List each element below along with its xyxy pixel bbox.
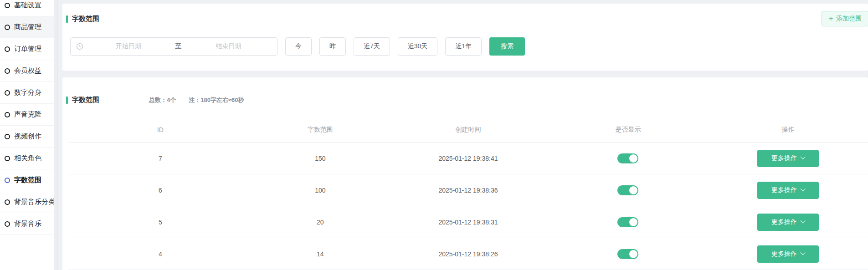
add-range-button[interactable]: + 添加范围 xyxy=(822,11,868,26)
more-actions-label: 更多操作 xyxy=(771,250,797,258)
quick-date-button[interactable]: 近1年 xyxy=(445,37,482,56)
cell-actions: 更多操作 xyxy=(708,182,868,199)
filter-panel: 字数范围 + 添加范围 开始日期 至 结束日期 今昨近7天近30天近1年 搜索 xyxy=(62,4,868,71)
radio-circle-icon xyxy=(5,68,10,74)
sidebar-item[interactable]: 背景音乐分类 xyxy=(0,191,54,213)
sidebar-item[interactable]: 基础设置 xyxy=(0,0,54,16)
sidebar-item-label: 基础设置 xyxy=(14,1,41,10)
total-count-text: 总数：4个 xyxy=(149,96,176,104)
radio-circle-icon xyxy=(5,199,10,205)
chevron-down-icon xyxy=(800,186,805,191)
radio-circle-icon xyxy=(5,90,10,96)
sidebar-item-label: 背景音乐分类 xyxy=(14,198,55,206)
sidebar-item[interactable]: 订单管理 xyxy=(0,38,54,60)
table-panel-title: 字数范围 总数：4个 注：180字左右≈60秒 xyxy=(66,96,244,104)
table-header-row: ID 字数范围 创建时间 是否显示 操作 xyxy=(68,117,868,143)
cell-created-time: 2025-01-12 19:38:31 xyxy=(388,219,548,226)
table-row: 4 14 2025-01-12 19:38:26 更多操作 xyxy=(68,238,868,270)
note-text: 注：180字左右≈60秒 xyxy=(189,96,244,104)
sidebar-item[interactable]: 视频创作 xyxy=(0,126,54,148)
filter-row: 开始日期 至 结束日期 今昨近7天近30天近1年 搜索 xyxy=(70,37,525,56)
visibility-toggle[interactable] xyxy=(617,249,638,259)
quick-date-button[interactable]: 近30天 xyxy=(398,37,438,56)
table-title: 字数范围 xyxy=(72,96,99,104)
cell-created-time: 2025-01-12 19:38:26 xyxy=(388,250,548,258)
cell-range: 20 xyxy=(252,219,388,226)
clock-icon xyxy=(76,43,83,50)
cell-id: 4 xyxy=(68,250,252,258)
sidebar-item-label: 相关角色 xyxy=(14,154,41,163)
date-range-input[interactable]: 开始日期 至 结束日期 xyxy=(70,37,277,56)
cell-id: 5 xyxy=(68,219,252,226)
column-header: 操作 xyxy=(708,126,868,134)
sidebar-item-label: 商品管理 xyxy=(14,23,41,31)
end-date-placeholder[interactable]: 结束日期 xyxy=(185,42,272,51)
chevron-down-icon xyxy=(800,250,805,255)
radio-circle-icon xyxy=(5,112,10,117)
table-row: 6 100 2025-01-12 19:38:36 更多操作 xyxy=(68,174,868,206)
cell-visibility xyxy=(548,249,708,259)
table-body: 7 150 2025-01-12 19:38:41 更多操作 6 100 202… xyxy=(68,143,868,270)
chevron-down-icon xyxy=(800,218,805,223)
cell-id: 7 xyxy=(68,155,252,162)
admin-app: 基础设置 商品管理 订单管理 会员权益 数字分身 声音克隆 视频创作 相关角色 … xyxy=(0,0,868,270)
cell-range: 150 xyxy=(252,155,388,162)
quick-date-button[interactable]: 昨 xyxy=(319,37,346,56)
search-button[interactable]: 搜索 xyxy=(489,37,525,56)
page-title: 字数范围 xyxy=(72,15,99,23)
more-actions-label: 更多操作 xyxy=(771,186,797,194)
sidebar-item-label: 数字分身 xyxy=(14,88,41,97)
add-range-label: 添加范围 xyxy=(836,15,862,23)
toggle-knob xyxy=(629,218,637,226)
sidebar-menu: 基础设置 商品管理 订单管理 会员权益 数字分身 声音克隆 视频创作 相关角色 … xyxy=(0,0,54,235)
quick-date-buttons: 今昨近7天近30天近1年 xyxy=(285,37,482,56)
sidebar-item[interactable]: 声音克隆 xyxy=(0,104,54,126)
sidebar-item[interactable]: 背景音乐 xyxy=(0,213,54,235)
more-actions-button[interactable]: 更多操作 xyxy=(757,150,819,167)
radio-circle-icon xyxy=(5,178,10,183)
sidebar-item-label: 声音克隆 xyxy=(14,110,41,119)
radio-circle-icon xyxy=(5,46,10,52)
chevron-down-icon xyxy=(800,154,805,159)
cell-range: 100 xyxy=(252,187,388,194)
sidebar-item-label: 背景音乐 xyxy=(14,219,41,228)
toggle-knob xyxy=(629,250,637,258)
quick-date-button[interactable]: 今 xyxy=(285,37,312,56)
visibility-toggle[interactable] xyxy=(617,185,638,195)
radio-circle-icon xyxy=(5,3,10,8)
cell-actions: 更多操作 xyxy=(708,150,868,167)
column-header: ID xyxy=(68,126,252,133)
sidebar-item[interactable]: 数字分身 xyxy=(0,82,54,104)
sidebar-item[interactable]: 商品管理 xyxy=(0,16,54,38)
cell-visibility xyxy=(548,153,708,163)
cell-created-time: 2025-01-12 19:38:41 xyxy=(388,155,548,162)
sidebar-item[interactable]: 相关角色 xyxy=(0,148,54,169)
table-row: 7 150 2025-01-12 19:38:41 更多操作 xyxy=(68,143,868,174)
more-actions-button[interactable]: 更多操作 xyxy=(757,245,819,263)
radio-circle-icon xyxy=(5,221,10,227)
start-date-placeholder[interactable]: 开始日期 xyxy=(85,42,172,51)
more-actions-button[interactable]: 更多操作 xyxy=(757,214,819,231)
column-header: 是否显示 xyxy=(548,126,708,134)
quick-date-button[interactable]: 近7天 xyxy=(354,37,390,56)
more-actions-button[interactable]: 更多操作 xyxy=(757,182,819,199)
visibility-toggle[interactable] xyxy=(617,217,638,227)
more-actions-label: 更多操作 xyxy=(771,218,797,226)
radio-circle-icon xyxy=(5,156,10,161)
table-row: 5 20 2025-01-12 19:38:31 更多操作 xyxy=(68,206,868,238)
cell-visibility xyxy=(548,217,708,227)
title-accent-bar xyxy=(66,15,68,23)
toggle-knob xyxy=(629,154,637,163)
visibility-toggle[interactable] xyxy=(617,153,638,163)
cell-id: 6 xyxy=(68,187,252,194)
filter-panel-title: 字数范围 xyxy=(66,15,99,23)
sidebar-item[interactable]: 会员权益 xyxy=(0,60,54,82)
title-accent-bar xyxy=(66,97,68,104)
column-header: 字数范围 xyxy=(252,126,388,134)
ranges-table: ID 字数范围 创建时间 是否显示 操作 7 150 2025-01-12 19… xyxy=(68,117,868,270)
table-meta: 总数：4个 注：180字左右≈60秒 xyxy=(149,96,244,104)
sidebar-item[interactable]: 字数范围 xyxy=(0,169,54,191)
cell-range: 14 xyxy=(252,250,388,258)
sidebar-scrollbar[interactable] xyxy=(54,0,58,270)
cell-created-time: 2025-01-12 19:38:36 xyxy=(388,187,548,194)
